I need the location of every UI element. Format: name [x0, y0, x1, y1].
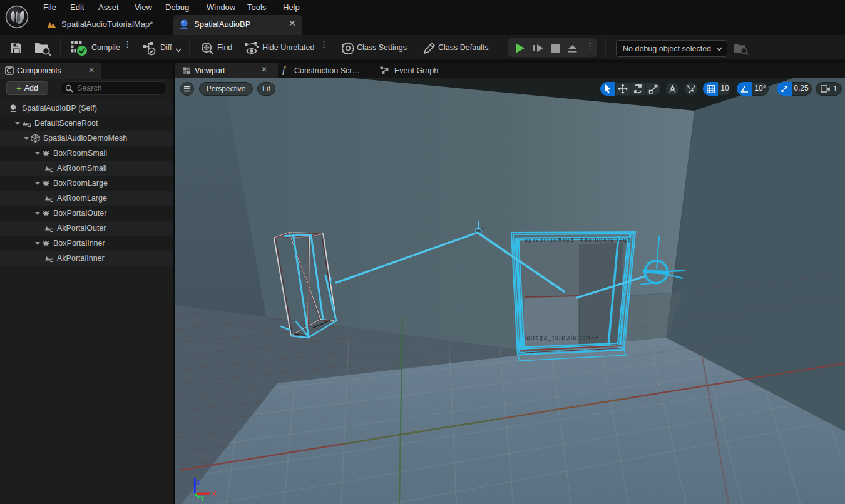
svg-text:X: X	[212, 491, 217, 498]
svg-text:SpatialAudioBP_BoxRoomLarge: SpatialAudioBP_BoxRoomLarge	[525, 237, 631, 243]
svg-text:Y: Y	[200, 495, 205, 502]
svg-text:Z: Z	[197, 479, 200, 486]
